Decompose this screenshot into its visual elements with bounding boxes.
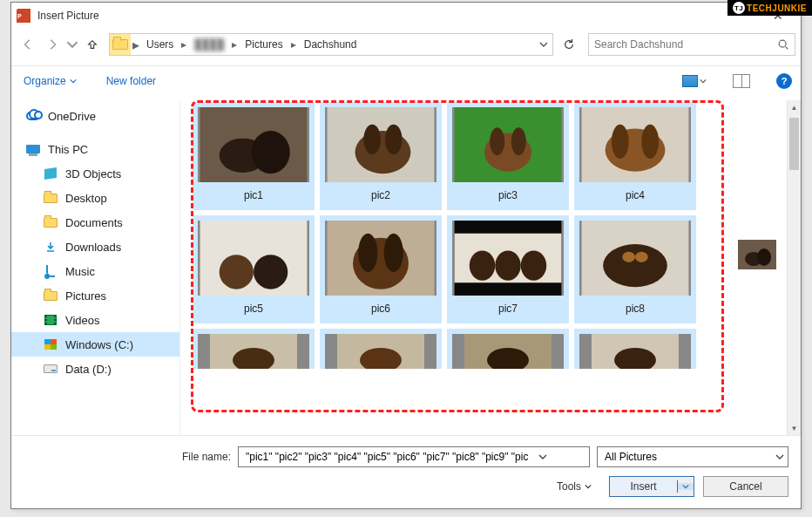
file-name: pic2 — [371, 182, 390, 210]
svg-point-10 — [490, 127, 504, 155]
chevron-down-icon — [70, 78, 77, 85]
image-icon — [198, 221, 309, 296]
chevron-right-icon[interactable]: ▸ — [131, 37, 141, 53]
filter-value: All Pictures — [598, 451, 664, 463]
scroll-thumb[interactable] — [789, 118, 799, 170]
download-icon — [45, 241, 56, 252]
tools-label: Tools — [557, 480, 581, 493]
file-thumbnail[interactable]: pic2 — [320, 102, 442, 210]
tree-documents[interactable]: Documents — [11, 210, 179, 235]
insert-picture-dialog: P Insert Picture ✕ ▸ Users ▸ ████ ▸ Pict… — [10, 2, 802, 509]
svg-point-11 — [511, 127, 526, 155]
tree-label: Videos — [65, 314, 100, 327]
filename-value: "pic1" "pic2" "pic3" "pic4" "pic5" "pic6… — [239, 451, 535, 463]
file-thumbnail[interactable]: pic1 — [193, 102, 315, 210]
tools-menu[interactable]: Tools — [557, 480, 592, 493]
recent-locations-button[interactable] — [65, 33, 79, 56]
tree-onedrive[interactable]: OneDrive — [11, 104, 179, 128]
image-icon — [325, 221, 436, 296]
crumb-user[interactable]: ████ — [189, 34, 229, 55]
windows-icon — [44, 339, 57, 350]
folder-icon — [44, 218, 58, 228]
tree-label: Windows (C:) — [65, 338, 133, 351]
tree-downloads[interactable]: Downloads — [11, 235, 179, 259]
chevron-down-icon[interactable] — [535, 447, 551, 466]
tree-3d-objects[interactable]: 3D Objects — [11, 161, 179, 186]
image-icon — [579, 334, 691, 369]
svg-point-30 — [622, 252, 635, 262]
chevron-right-icon[interactable]: ▸ — [179, 38, 189, 51]
svg-point-29 — [603, 244, 667, 287]
filetype-filter[interactable]: All Pictures — [597, 446, 788, 467]
file-thumbnail[interactable]: pic4 — [574, 102, 696, 210]
file-thumbnail[interactable]: pic3 — [447, 102, 569, 210]
tree-pictures[interactable]: Pictures — [11, 283, 179, 308]
watermark-badge: TJ — [733, 2, 745, 14]
scroll-up-icon[interactable]: ▲ — [788, 100, 801, 114]
forward-button[interactable] — [41, 33, 64, 56]
titlebar: P Insert Picture ✕ — [11, 3, 801, 29]
file-thumbnail[interactable] — [447, 329, 569, 369]
file-thumbnail[interactable]: pic6 — [320, 215, 442, 323]
scrollbar[interactable]: ▲ ▼ — [787, 100, 801, 435]
view-mode-button[interactable] — [682, 75, 707, 87]
tree-desktop[interactable]: Desktop — [11, 186, 179, 210]
search-input[interactable]: Search Dachshund — [588, 33, 795, 56]
crumb-dachshund[interactable]: Dachshund — [299, 34, 362, 55]
tree-videos[interactable]: Videos — [11, 308, 179, 332]
organize-label: Organize — [24, 75, 66, 87]
tree-this-pc[interactable]: This PC — [11, 137, 179, 161]
tree-windows-c[interactable]: Windows (C:) — [11, 332, 179, 357]
file-thumbnail[interactable]: pic8 — [574, 215, 696, 323]
svg-point-14 — [612, 125, 629, 159]
thumbnail-grid[interactable]: pic1 pic2 pic3 pic4 pic5 pic6 pic7 pic8 — [193, 102, 722, 435]
drive-icon — [44, 364, 58, 373]
file-thumbnail[interactable]: pic5 — [193, 215, 315, 323]
image-icon — [579, 221, 691, 296]
svg-point-27 — [521, 250, 546, 280]
chevron-down-icon[interactable] — [772, 447, 788, 466]
file-name: pic3 — [498, 182, 518, 210]
image-icon — [325, 107, 436, 182]
new-folder-button[interactable]: New folder — [106, 75, 156, 87]
image-icon — [452, 107, 564, 182]
preview-pane-button[interactable] — [733, 74, 750, 88]
file-thumbnail[interactable] — [320, 329, 442, 369]
insert-button[interactable]: Insert — [609, 476, 694, 497]
files-area: pic1 pic2 pic3 pic4 pic5 pic6 pic7 pic8 — [180, 100, 801, 435]
tree-label: Music — [65, 265, 95, 278]
back-button[interactable] — [17, 33, 39, 56]
tree-data-d[interactable]: Data (D:) — [11, 357, 179, 381]
thumbnails-icon — [682, 75, 698, 87]
watermark-text: TECHJUNKIE — [747, 3, 807, 13]
cancel-button[interactable]: Cancel — [703, 476, 788, 497]
svg-point-5 — [355, 131, 411, 173]
chevron-right-icon[interactable]: ▸ — [229, 38, 240, 51]
svg-point-31 — [635, 252, 648, 262]
crumb-pictures[interactable]: Pictures — [240, 34, 288, 55]
svg-point-6 — [363, 125, 381, 154]
file-thumbnail[interactable]: pic7 — [447, 215, 569, 323]
dialog-body: OneDrive This PC 3D Objects Desktop Docu… — [11, 100, 801, 435]
address-dropdown[interactable] — [533, 40, 552, 49]
refresh-button[interactable] — [557, 33, 581, 56]
tree-music[interactable]: Music — [11, 259, 179, 283]
filename-input[interactable]: "pic1" "pic2" "pic3" "pic4" "pic5" "pic6… — [238, 446, 590, 467]
help-button[interactable]: ? — [776, 73, 792, 89]
dialog-title: Insert Picture — [37, 10, 99, 22]
cloud-icon — [26, 112, 40, 120]
address-bar[interactable]: ▸ Users ▸ ████ ▸ Pictures ▸ Dachshund — [109, 33, 553, 56]
filename-label: File name: — [11, 451, 231, 463]
crumb-users[interactable]: Users — [141, 34, 179, 55]
button-row: Tools Insert Cancel — [11, 467, 801, 497]
file-thumbnail[interactable] — [574, 329, 696, 369]
file-thumbnail[interactable] — [193, 329, 315, 369]
organize-menu[interactable]: Organize — [24, 75, 77, 87]
chevron-right-icon[interactable]: ▸ — [288, 38, 299, 51]
insert-split-button[interactable] — [678, 483, 694, 490]
svg-point-42 — [757, 248, 771, 266]
image-icon — [198, 107, 309, 182]
scroll-down-icon[interactable]: ▼ — [788, 421, 801, 435]
tree-label: Data (D:) — [65, 363, 112, 376]
up-button[interactable] — [81, 33, 104, 56]
